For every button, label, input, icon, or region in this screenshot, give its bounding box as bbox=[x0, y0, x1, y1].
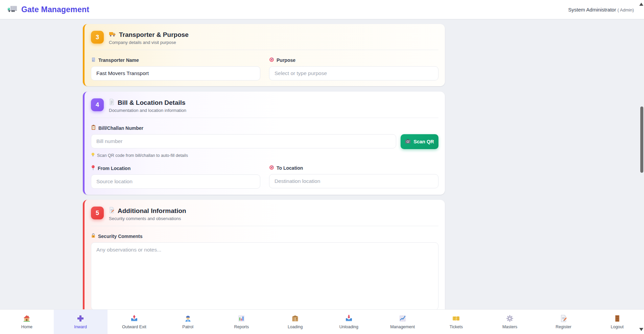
section-bill-location: 4 Bill & Location Details Documentation … bbox=[83, 92, 445, 195]
nav-item-unloading[interactable]: Unloading bbox=[322, 310, 376, 334]
nav-item-outward-exit[interactable]: Outward Exit bbox=[108, 310, 161, 334]
inbox-icon bbox=[345, 314, 353, 323]
bottom-navigation: Home Inward Outward Exit bbox=[0, 309, 644, 334]
nav-label: Tickets bbox=[450, 325, 463, 329]
bill-number-label: Bill/Challan Number bbox=[98, 125, 143, 131]
user-info[interactable]: System Administrator ( Admin) bbox=[568, 7, 634, 13]
door-icon bbox=[613, 314, 621, 323]
target-icon bbox=[269, 57, 274, 63]
transporter-name-label: Transporter Name bbox=[98, 57, 139, 63]
divider bbox=[91, 50, 438, 50]
transporter-name-field-group: Transporter Name bbox=[91, 57, 260, 80]
nav-label: Masters bbox=[502, 325, 517, 329]
nav-label: Home bbox=[21, 325, 32, 329]
purpose-input[interactable] bbox=[269, 66, 438, 80]
section-title: Additional Information bbox=[118, 207, 186, 215]
scrollbar-up-arrow[interactable] bbox=[639, 3, 643, 6]
scan-qr-button[interactable]: Scan QR bbox=[401, 134, 438, 149]
scrollbar-thumb[interactable] bbox=[640, 106, 643, 173]
memo-icon bbox=[109, 207, 115, 215]
form-content: 3 Transporter & Purpose Company de bbox=[83, 24, 445, 334]
register-icon bbox=[559, 314, 568, 323]
transporter-name-input[interactable] bbox=[91, 66, 260, 80]
delivery-truck-icon bbox=[109, 31, 116, 39]
bill-number-input[interactable] bbox=[91, 134, 396, 148]
nav-label: Loading bbox=[288, 325, 303, 329]
section-subtitle: Company details and visit purpose bbox=[109, 40, 189, 45]
bill-number-field-group: Bill/Challan Number Scan QR bbox=[91, 125, 438, 158]
nav-item-register[interactable]: Register bbox=[537, 310, 591, 334]
app-header: Gate Management System Administrator ( A… bbox=[0, 0, 644, 19]
user-name: System Administrator bbox=[568, 7, 616, 13]
trend-chart-icon bbox=[399, 314, 407, 323]
step-badge-4: 4 bbox=[91, 98, 104, 111]
nav-label: Inward bbox=[74, 325, 87, 329]
nav-item-home[interactable]: Home bbox=[0, 310, 54, 334]
package-icon bbox=[291, 314, 299, 323]
nav-item-patrol[interactable]: Patrol bbox=[161, 310, 215, 334]
target-icon bbox=[269, 165, 274, 171]
divider bbox=[91, 118, 438, 118]
nav-item-loading[interactable]: Loading bbox=[268, 310, 322, 334]
security-comments-textarea[interactable] bbox=[91, 242, 438, 310]
security-comments-label: Security Comments bbox=[98, 234, 142, 239]
scrollbar[interactable] bbox=[639, 0, 644, 334]
from-location-input[interactable] bbox=[91, 174, 260, 189]
nav-label: Patrol bbox=[182, 325, 193, 329]
nav-item-tickets[interactable]: Tickets bbox=[429, 310, 483, 334]
hint-text: Scan QR code from bill/challan to auto-f… bbox=[97, 153, 188, 158]
camera-icon bbox=[405, 139, 411, 145]
truck-icon bbox=[7, 5, 18, 14]
building-icon bbox=[91, 57, 96, 63]
user-role: ( Admin) bbox=[618, 7, 634, 13]
nav-label: Reports bbox=[234, 325, 249, 329]
document-icon bbox=[109, 99, 115, 106]
nav-item-masters[interactable]: Masters bbox=[483, 310, 537, 334]
nav-item-reports[interactable]: Reports bbox=[215, 310, 268, 334]
purpose-field-group: Purpose bbox=[269, 57, 438, 80]
clipboard-icon bbox=[91, 125, 96, 131]
gear-icon bbox=[506, 314, 514, 323]
outbox-icon bbox=[130, 314, 138, 323]
step-badge-5: 5 bbox=[91, 207, 104, 219]
to-location-label: To Location bbox=[277, 165, 303, 171]
section-title: Bill & Location Details bbox=[118, 99, 186, 106]
nav-item-logout[interactable]: Logout bbox=[590, 310, 644, 334]
scan-qr-hint: Scan QR code from bill/challan to auto-f… bbox=[91, 152, 438, 158]
nav-label: Unloading bbox=[339, 325, 358, 329]
house-icon bbox=[23, 314, 31, 323]
scrollbar-down-arrow[interactable] bbox=[639, 328, 643, 331]
pin-icon bbox=[91, 165, 95, 171]
lock-icon bbox=[91, 233, 96, 239]
ticket-icon bbox=[452, 314, 460, 323]
security-comments-field-group: Security Comments bbox=[91, 233, 438, 310]
step-badge-3: 3 bbox=[91, 31, 104, 44]
section-transporter-purpose: 3 Transporter & Purpose Company de bbox=[83, 24, 445, 86]
brand: Gate Management bbox=[7, 5, 89, 14]
page-title: Gate Management bbox=[21, 5, 89, 14]
nav-label: Register bbox=[556, 325, 572, 329]
bulb-icon bbox=[91, 152, 95, 158]
nav-label: Management bbox=[390, 325, 415, 329]
section-subtitle: Security comments and observations bbox=[109, 216, 186, 221]
from-location-field-group: From Location bbox=[91, 165, 260, 189]
purpose-label: Purpose bbox=[277, 57, 295, 63]
section-title: Transporter & Purpose bbox=[119, 31, 189, 39]
bar-chart-icon bbox=[237, 314, 245, 323]
plus-icon bbox=[76, 314, 85, 323]
section-subtitle: Documentation and location information bbox=[109, 108, 186, 113]
from-location-label: From Location bbox=[98, 166, 130, 171]
nav-item-management[interactable]: Management bbox=[376, 310, 429, 334]
to-location-input[interactable] bbox=[269, 174, 438, 188]
police-officer-icon bbox=[184, 314, 192, 323]
nav-label: Logout bbox=[611, 325, 624, 329]
to-location-field-group: To Location bbox=[269, 165, 438, 189]
nav-label: Outward Exit bbox=[122, 325, 146, 329]
nav-item-inward[interactable]: Inward bbox=[54, 310, 108, 334]
divider bbox=[91, 226, 438, 226]
scan-qr-label: Scan QR bbox=[413, 139, 434, 144]
